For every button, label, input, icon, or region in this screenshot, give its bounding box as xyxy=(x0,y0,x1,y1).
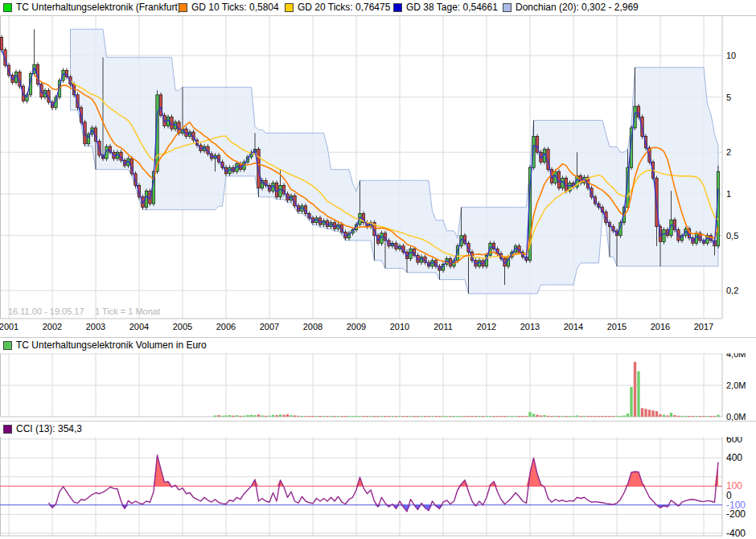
svg-text:-200: -200 xyxy=(726,508,746,520)
svg-text:0,5: 0,5 xyxy=(726,231,738,241)
legend-item-gd20: GD 20 Ticks: 0,76475 xyxy=(285,2,390,13)
gd10-swatch xyxy=(179,3,187,12)
gd20-swatch xyxy=(285,3,294,12)
svg-text:2015: 2015 xyxy=(607,322,627,331)
legend-item-instrument: TC Unterhaltungselektronik (Frankfurt) xyxy=(3,2,181,13)
gd10-label: GD 10 Ticks: 0,5804 xyxy=(191,2,279,13)
svg-text:2012: 2012 xyxy=(477,322,496,331)
svg-text:600: 600 xyxy=(726,437,742,445)
svg-text:2010: 2010 xyxy=(390,322,409,331)
svg-text:5: 5 xyxy=(726,93,731,102)
svg-text:2: 2 xyxy=(726,147,731,157)
svg-text:2008: 2008 xyxy=(303,322,323,331)
svg-text:2009: 2009 xyxy=(347,322,366,331)
price-legend: TC Unterhaltungselektronik (Frankfurt) G… xyxy=(0,0,756,15)
chart-panel: TC Unterhaltungselektronik (Frankfurt) G… xyxy=(0,0,756,539)
instrument-swatch xyxy=(3,3,12,12)
gd38-swatch xyxy=(393,3,402,12)
volume-legend: TC Unterhaltungselektronik Volumen in Eu… xyxy=(0,337,756,353)
cci-swatch xyxy=(3,425,12,434)
volume-label: TC Unterhaltungselektronik Volumen in Eu… xyxy=(16,339,207,351)
svg-text:4,0M: 4,0M xyxy=(726,353,746,359)
svg-text:2002: 2002 xyxy=(43,322,62,331)
svg-text:2004: 2004 xyxy=(129,322,149,331)
legend-item-volume: TC Unterhaltungselektronik Volumen in Eu… xyxy=(3,339,207,351)
svg-text:1 Tick = 1 Monat: 1 Tick = 1 Monat xyxy=(95,307,160,316)
svg-text:0,0M: 0,0M xyxy=(726,412,746,421)
donchian-label: Donchian (20): 0,302 - 2,969 xyxy=(516,2,639,13)
svg-text:2017: 2017 xyxy=(694,322,713,331)
volume-swatch xyxy=(3,341,12,350)
svg-text:0,2: 0,2 xyxy=(726,286,738,295)
svg-text:2,0M: 2,0M xyxy=(726,381,746,390)
svg-text:2016: 2016 xyxy=(651,322,670,331)
svg-text:2006: 2006 xyxy=(216,322,236,331)
svg-text:2005: 2005 xyxy=(173,322,192,331)
volume-chart-canvas[interactable]: 4,0M2,0M0,0M xyxy=(0,353,756,421)
legend-item-donchian: Donchian (20): 0,302 - 2,969 xyxy=(503,2,639,13)
svg-text:16.11.00 - 19.05.17: 16.11.00 - 19.05.17 xyxy=(8,307,84,316)
instrument-label: TC Unterhaltungselektronik (Frankfurt) xyxy=(16,2,181,13)
svg-text:2007: 2007 xyxy=(260,322,279,331)
svg-text:400: 400 xyxy=(726,452,742,463)
svg-text:2001: 2001 xyxy=(0,322,18,331)
legend-item-gd10: GD 10 Ticks: 0,5804 xyxy=(179,2,279,13)
gd38-label: GD 38 Tage: 0,54661 xyxy=(406,2,498,13)
svg-text:2003: 2003 xyxy=(86,322,105,331)
price-chart-canvas[interactable]: 105210,50,216.11.00 - 19.05.171 Tick = 1… xyxy=(0,15,756,337)
legend-item-cci: CCI (13): 354,3 xyxy=(3,423,82,434)
svg-text:10: 10 xyxy=(726,51,736,60)
donchian-swatch xyxy=(503,3,512,12)
gd20-label: GD 20 Ticks: 0,76475 xyxy=(298,2,390,13)
cci-legend: CCI (13): 354,3 xyxy=(0,421,756,437)
svg-text:2013: 2013 xyxy=(520,322,540,331)
svg-text:-400: -400 xyxy=(726,528,746,539)
legend-item-gd38: GD 38 Tage: 0,54661 xyxy=(393,2,498,13)
svg-text:2011: 2011 xyxy=(433,322,453,331)
cci-label: CCI (13): 354,3 xyxy=(16,423,82,434)
svg-text:1: 1 xyxy=(726,189,731,199)
cci-chart-canvas[interactable]: 6004001000-100-200-400 xyxy=(0,437,756,539)
svg-text:2014: 2014 xyxy=(564,322,583,331)
